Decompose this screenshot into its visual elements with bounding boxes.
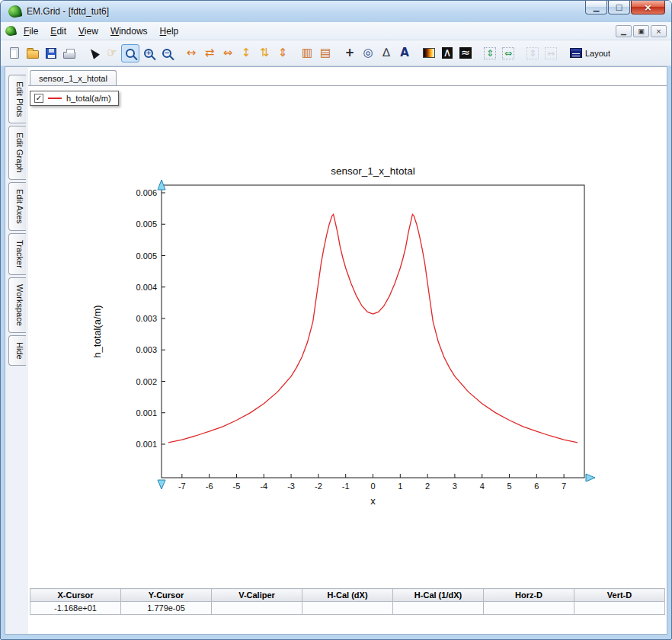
compress-x-button[interactable]: ⇄ xyxy=(200,44,219,62)
fit-x-button[interactable]: ⇔ xyxy=(219,44,237,62)
x-tick-label: -1 xyxy=(342,482,350,491)
mdi-close-button[interactable]: × xyxy=(651,25,667,37)
expand-y-button[interactable]: ↕ xyxy=(237,44,255,62)
x-tick-label: -4 xyxy=(260,482,267,491)
expand-x-button[interactable]: ↔ xyxy=(182,44,200,62)
x-tick-label: 3 xyxy=(453,482,457,491)
sidebar-tab-hide[interactable]: Hide xyxy=(8,335,26,366)
save-button[interactable] xyxy=(42,44,60,62)
sidebar-tab-edit-graph[interactable]: Edit Graph xyxy=(8,126,26,180)
zoom-out-button[interactable]: − xyxy=(158,44,176,62)
layout-icon xyxy=(570,48,582,58)
compress-y-button[interactable]: ⇅ xyxy=(255,44,274,62)
crosshair-button[interactable]: + xyxy=(341,44,359,62)
tracker-icon: ◎ xyxy=(363,47,373,59)
caliper-button[interactable]: ∆ xyxy=(377,44,395,62)
status-value-cell: -1.168e+01 xyxy=(30,602,121,615)
y-tick-label: 0.001 xyxy=(136,408,157,418)
chart-canvas[interactable]: sensor_1_x_htotalh_total(a/m)x0.0060.005… xyxy=(28,86,667,513)
zoom-in-icon: + xyxy=(144,49,153,58)
toolbar-separator xyxy=(517,45,523,62)
menu-file[interactable]: File xyxy=(18,24,44,39)
mdi-restore-button[interactable]: ▣ xyxy=(633,25,649,37)
minimize-button[interactable]: ▁ xyxy=(585,1,607,14)
mdi-controls: ▁▣× xyxy=(616,25,667,37)
select-cursor-icon xyxy=(88,46,100,59)
span-horizontal-button[interactable]: ⇔ xyxy=(499,44,517,62)
client-area: Edit PlotsEdit GraphEdit AxesTrackerWork… xyxy=(5,66,667,635)
menu-windows[interactable]: Windows xyxy=(104,24,154,39)
waveform-plot-icon: ≈ xyxy=(459,47,472,59)
tracker-button[interactable]: ◎ xyxy=(359,44,377,62)
plot-frame xyxy=(162,185,584,478)
zoom-window-button[interactable] xyxy=(121,44,139,62)
y-axis-label: h_total(a/m) xyxy=(91,305,103,357)
x-tick-label: 7 xyxy=(562,482,566,491)
x-tick-label: 5 xyxy=(507,482,511,491)
caliper-icon: ∆ xyxy=(382,47,390,59)
menu-edit[interactable]: Edit xyxy=(44,24,72,39)
sidebar-tab-edit-axes[interactable]: Edit Axes xyxy=(8,182,26,231)
fit-y-button[interactable]: ⇕ xyxy=(274,44,292,62)
x-tick-label: 0 xyxy=(370,482,375,491)
titlebar: EM.Grid - [fdtd_tut6] ▁□× xyxy=(1,1,671,22)
horizontal-markers-icon: ▤ xyxy=(320,47,331,59)
menu-help[interactable]: Help xyxy=(154,24,185,39)
menu-view[interactable]: View xyxy=(72,24,104,39)
legend-checkbox[interactable]: ✓ xyxy=(34,94,43,103)
open-file-button[interactable] xyxy=(24,44,42,62)
horizontal-markers-button[interactable]: ▤ xyxy=(316,44,334,62)
app-window: EM.Grid - [fdtd_tut6] ▁□× FileEditViewWi… xyxy=(0,0,672,640)
status-header-cell: Vert-D xyxy=(574,589,665,602)
maximize-button[interactable]: □ xyxy=(608,1,630,14)
axis-arrow-right-icon[interactable] xyxy=(586,474,595,482)
span-horizontal-icon: ⇔ xyxy=(502,47,514,59)
zoom-window-icon xyxy=(126,49,135,58)
zoom-in-button[interactable]: + xyxy=(139,44,158,62)
sidebar-tab-workspace[interactable]: Workspace xyxy=(8,277,26,333)
x-tick-label: -2 xyxy=(315,482,322,491)
print-icon xyxy=(63,52,75,59)
zoom-out-icon: − xyxy=(162,49,171,58)
x-tick-label: 2 xyxy=(425,482,430,491)
layout-button[interactable]: Layout xyxy=(566,44,614,62)
status-value-cell xyxy=(484,602,574,615)
fft-plot-button[interactable]: ∧ xyxy=(438,44,456,62)
toolbar-separator xyxy=(334,45,341,62)
tab-strip: sensor_1_x_htotal xyxy=(28,67,667,85)
text-annotation-button[interactable]: A xyxy=(395,44,414,62)
legend[interactable]: ✓ h_total(a/m) xyxy=(30,91,119,106)
x-axis-label: x xyxy=(370,495,376,507)
compress-x-icon: ⇄ xyxy=(205,47,215,59)
menu-items: FileEditViewWindowsHelp xyxy=(18,24,184,39)
document-logo-icon xyxy=(5,25,17,37)
span-horizontal-disabled-icon: ↔ xyxy=(545,47,557,59)
close-button[interactable]: × xyxy=(631,1,665,14)
status-value-cell xyxy=(302,602,393,615)
span-horizontal-disabled-button: ↔ xyxy=(542,44,560,62)
mdi-minimize-button[interactable]: ▁ xyxy=(616,25,632,37)
x-tick-label: 6 xyxy=(534,482,539,491)
chart-title: sensor_1_x_htotal xyxy=(331,165,414,177)
axis-arrow-bottom-icon[interactable] xyxy=(158,480,165,489)
pan-hand-icon: ☞ xyxy=(107,47,117,59)
sidebar-tab-edit-plots[interactable]: Edit Plots xyxy=(8,75,26,123)
document-tab[interactable]: sensor_1_x_htotal xyxy=(30,70,117,85)
y-tick-label: 0.006 xyxy=(136,188,157,197)
plot-canvas[interactable]: ✓ h_total(a/m) sensor_1_x_htotalh_total(… xyxy=(28,85,667,581)
new-file-button[interactable] xyxy=(5,44,24,62)
print-button[interactable] xyxy=(60,44,78,62)
status-value-cell xyxy=(212,602,302,615)
span-vertical-button[interactable]: ⇕ xyxy=(481,44,499,62)
status-header-cell: X-Cursor xyxy=(30,589,121,602)
colormap-button[interactable] xyxy=(420,44,438,62)
select-cursor-button[interactable] xyxy=(85,44,103,62)
vertical-markers-button[interactable]: ▥ xyxy=(298,44,316,62)
sidebar-tab-tracker[interactable]: Tracker xyxy=(8,233,26,275)
status-value-cell xyxy=(574,602,665,615)
status-readout-table: X-CursorY-CursorV-CaliperH-Cal (dX)H-Cal… xyxy=(30,588,665,615)
fit-x-icon: ⇔ xyxy=(223,47,233,59)
waveform-plot-button[interactable]: ≈ xyxy=(456,44,475,62)
expand-x-icon: ↔ xyxy=(187,47,197,59)
pan-hand-button[interactable]: ☞ xyxy=(103,44,121,62)
